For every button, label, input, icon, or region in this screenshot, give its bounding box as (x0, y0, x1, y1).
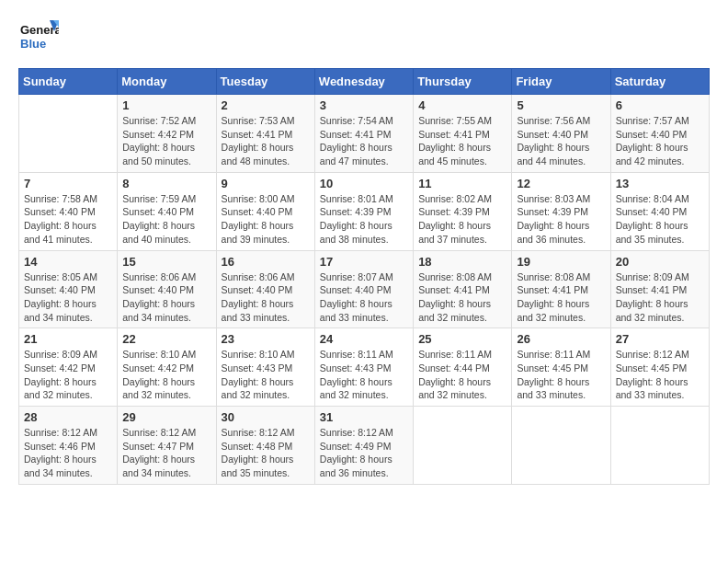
calendar-cell: 23Sunrise: 8:10 AMSunset: 4:43 PMDayligh… (216, 328, 314, 407)
day-number: 1 (122, 98, 210, 112)
day-number: 31 (320, 410, 408, 424)
cell-content: Sunrise: 7:55 AMSunset: 4:41 PMDaylight:… (418, 114, 506, 168)
calendar-cell: 7Sunrise: 7:58 AMSunset: 4:40 PMDaylight… (19, 172, 118, 250)
calendar-cell: 30Sunrise: 8:12 AMSunset: 4:48 PMDayligh… (216, 407, 314, 485)
week-row-4: 21Sunrise: 8:09 AMSunset: 4:42 PMDayligh… (19, 328, 710, 407)
calendar-cell: 3Sunrise: 7:54 AMSunset: 4:41 PMDaylight… (314, 95, 413, 173)
cell-content: Sunrise: 8:10 AMSunset: 4:43 PMDaylight:… (222, 348, 310, 402)
day-number: 10 (320, 177, 408, 190)
col-header-tuesday: Tuesday (216, 69, 314, 95)
calendar-cell: 26Sunrise: 8:11 AMSunset: 4:45 PMDayligh… (512, 328, 610, 407)
svg-text:Blue: Blue (20, 37, 46, 51)
week-row-5: 28Sunrise: 8:12 AMSunset: 4:46 PMDayligh… (19, 407, 710, 485)
day-number: 22 (122, 332, 210, 346)
cell-content: Sunrise: 8:12 AMSunset: 4:49 PMDaylight:… (320, 426, 408, 480)
day-number: 6 (616, 98, 704, 112)
logo: General Blue (18, 18, 59, 59)
week-row-1: 1Sunrise: 7:52 AMSunset: 4:42 PMDaylight… (19, 95, 710, 173)
day-number: 12 (517, 177, 605, 190)
calendar-cell: 25Sunrise: 8:11 AMSunset: 4:44 PMDayligh… (414, 328, 512, 407)
cell-content: Sunrise: 8:12 AMSunset: 4:47 PMDaylight:… (122, 426, 210, 480)
day-number: 26 (517, 332, 605, 346)
cell-content: Sunrise: 8:04 AMSunset: 4:40 PMDaylight:… (616, 192, 704, 247)
day-number: 25 (418, 332, 506, 346)
calendar-cell: 18Sunrise: 8:08 AMSunset: 4:41 PMDayligh… (414, 250, 512, 328)
calendar-cell: 6Sunrise: 7:57 AMSunset: 4:40 PMDaylight… (610, 95, 709, 173)
day-number: 18 (418, 255, 506, 269)
cell-content: Sunrise: 7:56 AMSunset: 4:40 PMDaylight:… (517, 114, 605, 168)
day-number: 16 (222, 255, 310, 269)
col-header-friday: Friday (512, 69, 610, 95)
day-number: 21 (24, 332, 112, 346)
calendar-cell: 16Sunrise: 8:06 AMSunset: 4:40 PMDayligh… (216, 250, 314, 328)
calendar-header-row: SundayMondayTuesdayWednesdayThursdayFrid… (19, 69, 710, 95)
calendar-cell (610, 407, 709, 485)
cell-content: Sunrise: 8:11 AMSunset: 4:44 PMDaylight:… (418, 348, 506, 402)
day-number: 5 (517, 98, 605, 112)
day-number: 28 (24, 410, 112, 424)
week-row-3: 14Sunrise: 8:05 AMSunset: 4:40 PMDayligh… (19, 250, 710, 328)
cell-content: Sunrise: 8:08 AMSunset: 4:41 PMDaylight:… (418, 270, 506, 325)
calendar-cell (512, 407, 610, 485)
calendar-cell: 12Sunrise: 8:03 AMSunset: 4:39 PMDayligh… (512, 172, 610, 250)
col-header-wednesday: Wednesday (314, 69, 413, 95)
page-header: General Blue (18, 18, 710, 59)
col-header-monday: Monday (118, 69, 216, 95)
calendar-cell: 2Sunrise: 7:53 AMSunset: 4:41 PMDaylight… (216, 95, 314, 173)
cell-content: Sunrise: 8:06 AMSunset: 4:40 PMDaylight:… (222, 270, 310, 325)
day-number: 13 (616, 177, 704, 190)
cell-content: Sunrise: 7:52 AMSunset: 4:42 PMDaylight:… (122, 114, 210, 168)
calendar-cell: 5Sunrise: 7:56 AMSunset: 4:40 PMDaylight… (512, 95, 610, 173)
cell-content: Sunrise: 8:12 AMSunset: 4:46 PMDaylight:… (24, 426, 112, 480)
calendar-cell: 24Sunrise: 8:11 AMSunset: 4:43 PMDayligh… (314, 328, 413, 407)
calendar-cell: 10Sunrise: 8:01 AMSunset: 4:39 PMDayligh… (314, 172, 413, 250)
cell-content: Sunrise: 7:54 AMSunset: 4:41 PMDaylight:… (320, 114, 408, 168)
cell-content: Sunrise: 8:09 AMSunset: 4:42 PMDaylight:… (24, 348, 112, 402)
cell-content: Sunrise: 7:59 AMSunset: 4:40 PMDaylight:… (122, 192, 210, 247)
day-number: 19 (517, 255, 605, 269)
calendar-cell: 17Sunrise: 8:07 AMSunset: 4:40 PMDayligh… (314, 250, 413, 328)
calendar-cell: 14Sunrise: 8:05 AMSunset: 4:40 PMDayligh… (19, 250, 118, 328)
calendar-cell: 8Sunrise: 7:59 AMSunset: 4:40 PMDaylight… (118, 172, 216, 250)
cell-content: Sunrise: 7:53 AMSunset: 4:41 PMDaylight:… (222, 114, 310, 168)
logo-icon: General Blue (18, 18, 59, 59)
cell-content: Sunrise: 8:12 AMSunset: 4:45 PMDaylight:… (616, 348, 704, 402)
col-header-thursday: Thursday (414, 69, 512, 95)
col-header-saturday: Saturday (610, 69, 709, 95)
calendar-cell: 31Sunrise: 8:12 AMSunset: 4:49 PMDayligh… (314, 407, 413, 485)
day-number: 30 (222, 410, 310, 424)
cell-content: Sunrise: 8:00 AMSunset: 4:40 PMDaylight:… (222, 192, 310, 247)
day-number: 27 (616, 332, 704, 346)
calendar-cell: 1Sunrise: 7:52 AMSunset: 4:42 PMDaylight… (118, 95, 216, 173)
col-header-sunday: Sunday (19, 69, 118, 95)
calendar-cell: 22Sunrise: 8:10 AMSunset: 4:42 PMDayligh… (118, 328, 216, 407)
calendar-cell: 13Sunrise: 8:04 AMSunset: 4:40 PMDayligh… (610, 172, 709, 250)
calendar-cell: 19Sunrise: 8:08 AMSunset: 4:41 PMDayligh… (512, 250, 610, 328)
week-row-2: 7Sunrise: 7:58 AMSunset: 4:40 PMDaylight… (19, 172, 710, 250)
calendar-cell: 21Sunrise: 8:09 AMSunset: 4:42 PMDayligh… (19, 328, 118, 407)
calendar-cell: 27Sunrise: 8:12 AMSunset: 4:45 PMDayligh… (610, 328, 709, 407)
cell-content: Sunrise: 8:10 AMSunset: 4:42 PMDaylight:… (122, 348, 210, 402)
cell-content: Sunrise: 8:02 AMSunset: 4:39 PMDaylight:… (418, 192, 506, 247)
cell-content: Sunrise: 7:58 AMSunset: 4:40 PMDaylight:… (24, 192, 112, 247)
calendar-cell: 29Sunrise: 8:12 AMSunset: 4:47 PMDayligh… (118, 407, 216, 485)
calendar-cell: 9Sunrise: 8:00 AMSunset: 4:40 PMDaylight… (216, 172, 314, 250)
cell-content: Sunrise: 8:05 AMSunset: 4:40 PMDaylight:… (24, 270, 112, 325)
cell-content: Sunrise: 7:57 AMSunset: 4:40 PMDaylight:… (616, 114, 704, 168)
cell-content: Sunrise: 8:11 AMSunset: 4:45 PMDaylight:… (517, 348, 605, 402)
day-number: 9 (222, 177, 310, 190)
day-number: 14 (24, 255, 112, 269)
cell-content: Sunrise: 8:11 AMSunset: 4:43 PMDaylight:… (320, 348, 408, 402)
calendar-cell (414, 407, 512, 485)
day-number: 3 (320, 98, 408, 112)
day-number: 29 (122, 410, 210, 424)
calendar-cell: 20Sunrise: 8:09 AMSunset: 4:41 PMDayligh… (610, 250, 709, 328)
calendar-cell (19, 95, 118, 173)
cell-content: Sunrise: 8:06 AMSunset: 4:40 PMDaylight:… (122, 270, 210, 325)
day-number: 11 (418, 177, 506, 190)
calendar-cell: 15Sunrise: 8:06 AMSunset: 4:40 PMDayligh… (118, 250, 216, 328)
day-number: 15 (122, 255, 210, 269)
day-number: 24 (320, 332, 408, 346)
day-number: 8 (122, 177, 210, 190)
calendar-table: SundayMondayTuesdayWednesdayThursdayFrid… (18, 68, 710, 485)
